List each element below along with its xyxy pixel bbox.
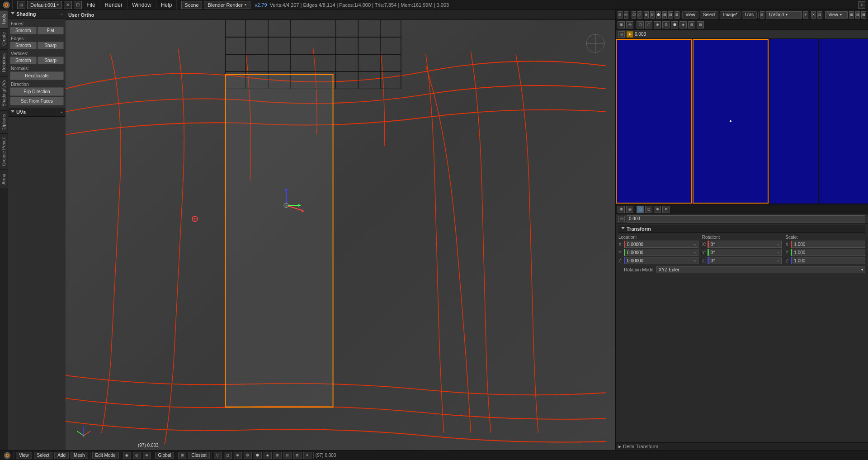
tab-create[interactable]: Create: [0, 28, 8, 49]
transform-gizmo[interactable]: [268, 187, 304, 224]
info-btn[interactable]: ℹ: [858, 1, 865, 9]
uv-select-btn[interactable]: Select: [700, 11, 719, 19]
set-from-faces-btn[interactable]: Set From Faces: [10, 97, 64, 105]
shading-section-header[interactable]: Shading −: [8, 10, 66, 19]
uv2-btn1[interactable]: ⬡: [637, 21, 644, 28]
props-icon1[interactable]: ⊞: [618, 206, 625, 213]
view-menu-btn[interactable]: View: [16, 452, 32, 459]
tab-relations[interactable]: Relations: [0, 49, 8, 76]
tool-icon-2[interactable]: ◻: [224, 452, 232, 459]
uvs-section-header[interactable]: UVs −: [8, 108, 66, 117]
scale-x-input[interactable]: 1.000: [791, 241, 865, 248]
scale-z-input[interactable]: 1.000: [791, 257, 865, 264]
uv2-btn5[interactable]: ⬢: [671, 21, 678, 28]
uv-view-btn2[interactable]: ⊞: [849, 11, 854, 19]
uv-icon2[interactable]: ◎: [624, 11, 629, 19]
menu-render[interactable]: Render: [100, 0, 127, 9]
pin-btn[interactable]: ✕: [64, 1, 72, 9]
location-x-input[interactable]: 0.00000 ▸: [624, 241, 698, 248]
edges-smooth-btn[interactable]: Smooth: [10, 42, 37, 49]
uv-btn7[interactable]: ⊟: [668, 11, 673, 19]
snap-mode-btn[interactable]: Closest: [188, 452, 209, 459]
uv-btn6[interactable]: ⊞: [662, 11, 667, 19]
flip-direction-btn[interactable]: Flip Direction: [10, 87, 64, 96]
props-obj-name-field[interactable]: 0.003: [627, 215, 865, 223]
viewport-wire-btn[interactable]: ◎: [133, 452, 141, 459]
snap-toggle[interactable]: ⊞: [178, 452, 186, 459]
tab-grease-pencil[interactable]: Grease Pencil: [0, 133, 8, 170]
rotation-y-input[interactable]: 0° ▸: [708, 249, 782, 256]
viewport-canvas[interactable]: (97) 0.003: [66, 20, 615, 450]
uv-panel-left[interactable]: [616, 39, 693, 204]
mesh-menu-btn[interactable]: Mesh: [71, 452, 88, 459]
uv-uvs-btn[interactable]: UVs: [742, 11, 757, 19]
uv2-btn7[interactable]: ⊞: [688, 21, 695, 28]
global-space-btn[interactable]: Global: [155, 452, 175, 459]
rotation-z-input[interactable]: 0° ▸: [708, 257, 782, 264]
uv-icon[interactable]: ⊞: [618, 11, 623, 19]
tool-icon-10[interactable]: ✦: [303, 452, 311, 459]
editor-selector[interactable]: ⊞: [17, 1, 25, 9]
uv-btn8[interactable]: ⊠: [675, 11, 679, 19]
uv-stretch-btn[interactable]: ⊡: [817, 11, 822, 19]
uv-btn5[interactable]: ⬢: [656, 11, 661, 19]
engine-selector[interactable]: Blender Render ▾: [204, 1, 250, 9]
tool-icon-6[interactable]: ◈: [264, 452, 272, 459]
viewport-solid-btn[interactable]: ◉: [123, 452, 131, 459]
menu-window[interactable]: Window: [127, 0, 156, 9]
tab-arma[interactable]: Arma: [0, 170, 8, 188]
tab-options[interactable]: Options: [0, 110, 8, 133]
editor-type-display[interactable]: Default:001 ▾: [27, 1, 62, 9]
maximize-btn[interactable]: ⊡: [74, 1, 82, 9]
uv2-icon1[interactable]: ⊞: [618, 21, 625, 28]
uv-btn3[interactable]: ⊕: [644, 11, 649, 19]
main-3d-viewport[interactable]: User Ortho: [66, 10, 615, 450]
edges-sharp-btn[interactable]: Sharp: [38, 42, 64, 49]
tool-icon-3[interactable]: ⊕: [234, 452, 242, 459]
add-menu-btn[interactable]: Add: [54, 452, 69, 459]
tab-tools[interactable]: Tools: [0, 10, 8, 28]
uv-btn1[interactable]: ⬡: [632, 11, 637, 19]
vertices-smooth-btn[interactable]: Smooth: [10, 57, 37, 64]
shading-collapse-btn[interactable]: −: [61, 12, 63, 16]
rotation-mode-select[interactable]: XYZ Euler ▾: [656, 266, 865, 273]
uv-btn4[interactable]: ⚙: [650, 11, 655, 19]
uv-f-btn[interactable]: F: [803, 11, 808, 19]
uv-view-btn3[interactable]: ⊟: [855, 11, 860, 19]
select-menu-btn[interactable]: Select: [34, 452, 53, 459]
delta-transform-section[interactable]: ▶ Delta Transform: [616, 442, 868, 450]
tool-icon-4[interactable]: ⚙: [244, 452, 252, 459]
scene-name[interactable]: Scene: [181, 1, 202, 9]
rotation-x-input[interactable]: 0° ▸: [708, 241, 782, 248]
props-icon2[interactable]: ◎: [626, 206, 633, 213]
tool-icon-1[interactable]: ⬡: [214, 452, 222, 459]
location-y-input[interactable]: 0.00000 ▸: [624, 249, 698, 256]
uv-mode-icon[interactable]: ⊞: [760, 11, 765, 19]
navigation-cube[interactable]: [585, 33, 606, 54]
props-mesh-icon[interactable]: ⬡: [637, 206, 644, 213]
props-tex-icon[interactable]: ⊕: [654, 206, 661, 213]
scale-y-input[interactable]: 1.000: [791, 249, 865, 256]
uv2-btn3[interactable]: ⊕: [654, 21, 661, 28]
uv2-btn6[interactable]: ◈: [679, 21, 687, 28]
props-world-icon[interactable]: ⚙: [662, 206, 670, 213]
uvs-collapse-btn[interactable]: −: [61, 110, 63, 114]
uv-view-selector[interactable]: View ▾: [825, 11, 848, 19]
transform-section-header[interactable]: Transform: [618, 225, 865, 233]
viewport-render-btn[interactable]: ⊕: [143, 452, 151, 459]
tool-icon-7[interactable]: ⊞: [274, 452, 282, 459]
faces-flat-btn[interactable]: Flat: [38, 27, 64, 34]
uv2-btn4[interactable]: ⚙: [662, 21, 670, 28]
tab-shading-uvs[interactable]: Shading/UVs: [0, 76, 8, 110]
menu-file[interactable]: File: [82, 0, 100, 9]
uv-view-btn4[interactable]: ⊠: [861, 11, 866, 19]
uv-image-btn[interactable]: Image*: [720, 11, 741, 19]
faces-smooth-btn[interactable]: Smooth: [10, 27, 37, 34]
location-z-input[interactable]: 0.00000 ▸: [624, 257, 698, 264]
uv2-icon2[interactable]: ◎: [626, 21, 633, 28]
uv-pin-btn[interactable]: ✕: [811, 11, 816, 19]
tool-icon-5[interactable]: ⬢: [254, 452, 262, 459]
vertices-sharp-btn[interactable]: Sharp: [38, 57, 64, 64]
uv-view-btn[interactable]: View: [682, 11, 698, 19]
menu-help[interactable]: Help: [156, 0, 177, 9]
